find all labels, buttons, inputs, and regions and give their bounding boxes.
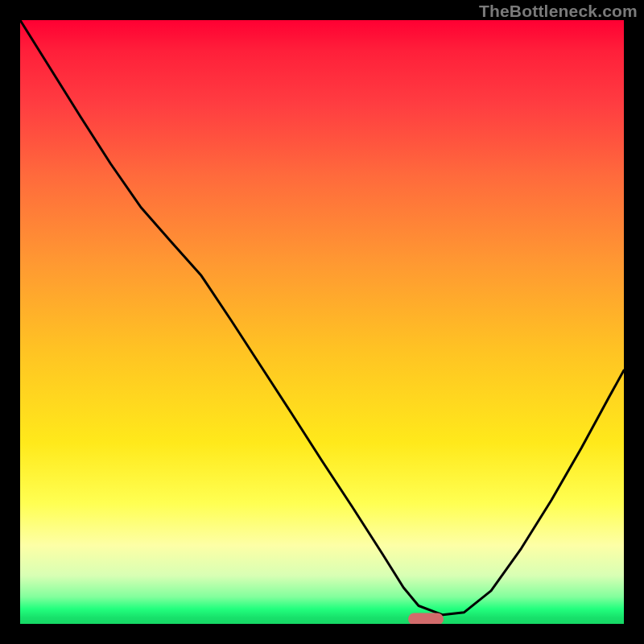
watermark-text: TheBottleneck.com (479, 2, 638, 21)
bottleneck-curve (20, 20, 624, 615)
optimal-marker (408, 613, 444, 625)
curve-svg (20, 20, 624, 624)
chart-frame: TheBottleneck.com (0, 0, 644, 644)
plot-area (20, 20, 624, 624)
